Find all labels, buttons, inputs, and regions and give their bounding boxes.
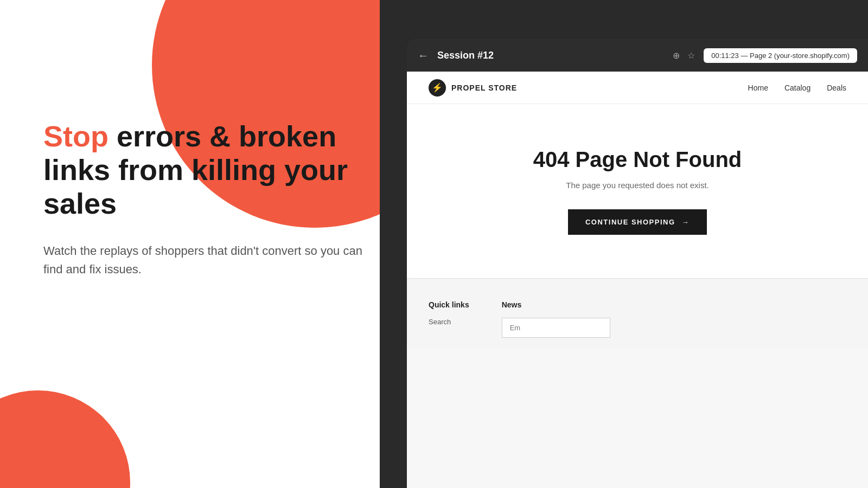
footer-col1-title: Quick links — [429, 300, 469, 309]
continue-arrow-icon: → — [682, 218, 690, 226]
site-footer: Quick links Search News — [407, 278, 868, 349]
site-nav-links: Home Catalog Deals — [748, 84, 846, 92]
browser-icons: ⊕ ☆ — [673, 50, 695, 61]
share-icon[interactable]: ⊕ — [673, 50, 680, 61]
subheadline: Watch the replays of shoppers that didn'… — [43, 242, 369, 279]
logo-text: PROPEL STORE — [451, 84, 517, 92]
footer-col-newsletter: News — [502, 300, 610, 338]
error-title: 404 Page Not Found — [533, 147, 742, 172]
footer-col2-title: News — [502, 300, 610, 309]
footer-search-link[interactable]: Search — [429, 318, 469, 326]
page-404: 404 Page Not Found The page you requeste… — [407, 104, 868, 278]
site-logo: ⚡ PROPEL STORE — [429, 79, 517, 97]
continue-btn-label: CONTINUE SHOPPING — [585, 218, 675, 226]
nav-link-home[interactable]: Home — [748, 84, 768, 92]
back-button[interactable]: ← — [418, 49, 429, 62]
nav-link-deals[interactable]: Deals — [827, 84, 846, 92]
site-nav: ⚡ PROPEL STORE Home Catalog Deals — [407, 72, 868, 104]
error-subtitle: The page you requested does not exist. — [566, 181, 709, 190]
left-section: Stop errors & broken links from killing … — [0, 0, 412, 488]
star-icon[interactable]: ☆ — [687, 50, 695, 61]
headline-stop: Stop — [43, 120, 108, 152]
footer-grid: Quick links Search News — [429, 300, 846, 338]
browser-toolbar: ← Session #12 ⊕ ☆ 00:11:23 — Page 2 (you… — [407, 39, 868, 72]
logo-icon: ⚡ — [429, 79, 446, 97]
newsletter-input[interactable] — [502, 318, 610, 338]
footer-col-quick-links: Quick links Search — [429, 300, 469, 338]
right-section: ← Session #12 ⊕ ☆ 00:11:23 — Page 2 (you… — [380, 0, 868, 488]
coral-circle-bottom — [0, 390, 130, 488]
continue-shopping-button[interactable]: CONTINUE SHOPPING → — [568, 209, 707, 235]
left-content: Stop errors & broken links from killing … — [43, 119, 369, 279]
website-content: ⚡ PROPEL STORE Home Catalog Deals 404 Pa… — [407, 72, 868, 488]
browser-window: ← Session #12 ⊕ ☆ 00:11:23 — Page 2 (you… — [407, 39, 868, 488]
session-title: Session #12 — [437, 50, 664, 61]
main-headline: Stop errors & broken links from killing … — [43, 119, 369, 220]
nav-link-catalog[interactable]: Catalog — [784, 84, 810, 92]
session-badge: 00:11:23 — Page 2 (your-store.shopify.co… — [704, 48, 857, 63]
